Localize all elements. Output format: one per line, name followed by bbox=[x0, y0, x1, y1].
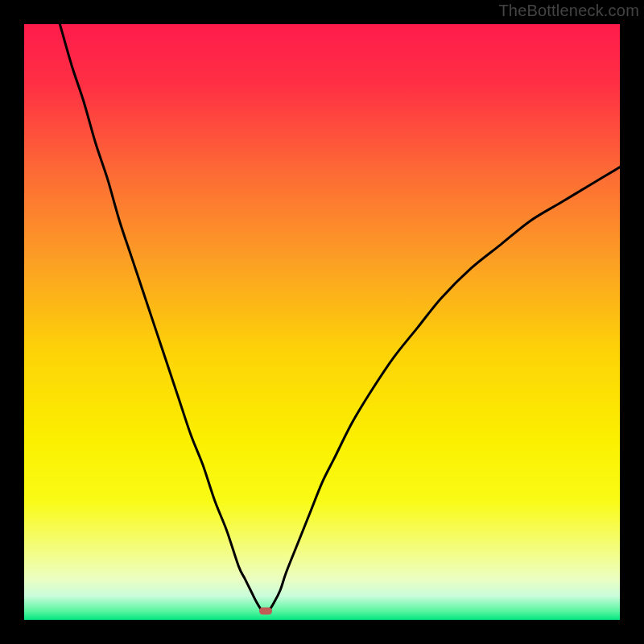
watermark-text: TheBottleneck.com bbox=[498, 2, 639, 20]
optimal-point-marker bbox=[259, 607, 272, 614]
chart-area bbox=[24, 24, 620, 620]
plot-inner bbox=[24, 24, 620, 620]
bottleneck-curve bbox=[24, 24, 620, 620]
